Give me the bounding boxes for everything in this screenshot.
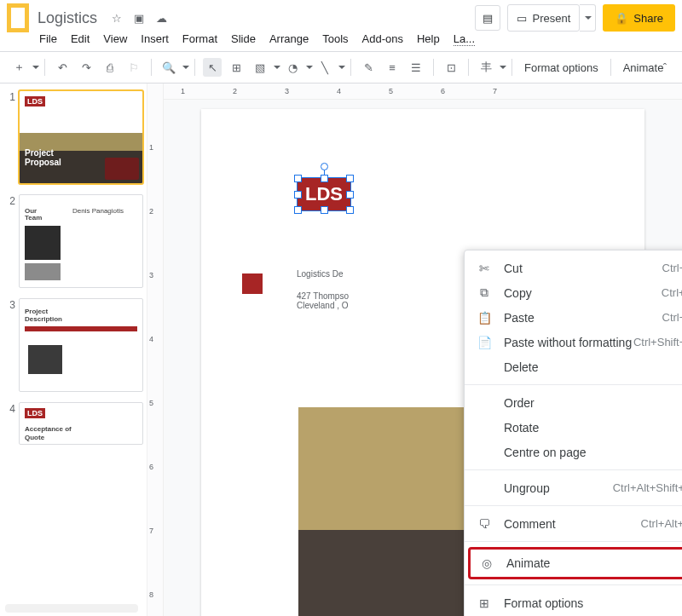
collapse-toolbar-button[interactable]: ˆ [656,58,674,77]
align-button[interactable]: 丰 [477,58,495,77]
comment-icon: 🗨 [477,517,492,531]
thumb-number: 2 [3,195,15,288]
print-button[interactable]: ⎙ [101,58,119,77]
red-square-shape[interactable] [242,273,263,294]
menu-arrange[interactable]: Arrange [269,32,309,46]
thumb4-t2: Quote [25,434,44,441]
present-button[interactable]: ▭ Present [507,4,580,32]
ctx-delete[interactable]: Delete [465,354,682,379]
vr-tick: 7 [149,527,153,535]
ctx-label: Centre on page [504,446,587,459]
paint-format-button[interactable]: ⚐ [124,58,143,77]
menu-last-edit[interactable]: La... [454,32,475,46]
resize-handle[interactable] [294,191,302,199]
lds-text: LDS [305,183,343,205]
ctx-separator [465,469,682,470]
copy-icon: ⧉ [477,285,492,300]
doc-title[interactable]: Logistics [38,9,97,27]
menu-addons[interactable]: Add-ons [362,32,403,46]
vr-tick: 8 [149,590,153,599]
resize-handle[interactable] [346,206,354,214]
ctx-label: Order [504,396,535,410]
new-slide-button[interactable]: ＋ [9,58,28,77]
thumb1-text1: Project [25,148,54,158]
filmstrip[interactable]: 1 LDS ProjectProposal 2 Our Team Denis P… [0,83,147,616]
new-slide-dropdown[interactable] [32,66,39,69]
vr-tick: 2 [149,207,153,216]
image-tool[interactable]: ▧ [251,58,269,77]
resize-handle[interactable] [294,206,302,214]
border-weight-button[interactable]: ☰ [407,58,425,77]
dept-text: Logistics De [297,269,343,279]
ctx-comment[interactable]: 🗨CommentCtrl+Alt+M [465,511,682,536]
menu-view[interactable]: View [103,32,127,46]
slide-thumbnail-3[interactable]: Project Description [19,298,143,392]
thumb-number: 4 [3,403,15,445]
shape-dropdown[interactable] [306,66,313,69]
line-tool[interactable]: ╲ [315,58,334,77]
resize-handle[interactable] [321,206,328,214]
undo-button[interactable]: ↶ [53,58,72,77]
zoom-dropdown[interactable] [182,66,189,69]
share-button[interactable]: 🔒 Share [603,4,675,32]
zoom-button[interactable]: 🔍 [159,58,178,77]
resize-handle[interactable] [294,175,302,182]
align-dropdown[interactable] [500,66,506,69]
menu-format[interactable]: Format [182,32,217,46]
ctx-shortcut: Ctrl+X [662,262,682,274]
image-dropdown[interactable] [274,66,280,69]
ctx-format-options[interactable]: ⊞Format options [465,590,682,615]
canvas[interactable]: 1 2 3 4 5 6 7 LDS Logistics De [164,83,682,616]
menu-help[interactable]: Help [417,32,440,46]
slides-logo[interactable] [7,3,29,32]
slide-thumbnail-1[interactable]: LDS ProjectProposal [19,90,143,184]
ctx-label: Format options [504,596,583,610]
ctx-paste[interactable]: 📋PasteCtrl+V [465,305,682,330]
ctx-paste-without-formatting[interactable]: 📄Paste without formattingCtrl+Shift+V [465,330,682,354]
line-dropdown[interactable] [338,66,345,69]
cloud-icon[interactable]: ☁ [153,12,169,24]
ctx-ungroup[interactable]: UngroupCtrl+Alt+Shift+G [465,475,682,500]
border-color-button[interactable]: ≡ [383,58,402,77]
ctx-rotate[interactable]: Rotate▸ [465,415,682,440]
hr-tick: 2 [233,87,237,95]
ctx-centre-on-page[interactable]: Centre on page▸ [465,440,682,464]
menu-slide[interactable]: Slide [231,32,256,46]
ctx-separator [465,505,682,506]
thumb2-t2: Team [25,214,42,222]
rotation-handle[interactable] [321,163,328,170]
ctx-copy[interactable]: ⧉CopyCtrl+C [465,280,682,305]
ctx-animate[interactable]: ◎Animate [468,547,682,579]
ctx-order[interactable]: Order▸ [465,390,682,415]
menu-insert[interactable]: Insert [141,32,169,46]
format-options-button[interactable]: Format options [517,61,605,74]
ctx-label: Copy [504,286,532,300]
ctx-shortcut: Ctrl+C [662,286,682,299]
hr-tick: 1 [181,87,185,95]
select-tool[interactable]: ↖ [203,58,222,77]
menu-edit[interactable]: Edit [71,32,90,46]
ctx-label: Comment [504,517,556,531]
ctx-shortcut: Ctrl+Alt+Shift+G [613,481,682,494]
slide-thumbnail-4[interactable]: LDS Acceptance of Quote [19,402,143,445]
border-dash-button[interactable]: ⊡ [442,58,460,77]
menu-file[interactable]: File [39,32,57,46]
fill-color-button[interactable]: ✎ [359,58,378,77]
resize-handle[interactable] [321,175,328,182]
present-dropdown[interactable] [580,4,596,32]
comment-icon: ▤ [483,12,493,25]
selected-shape-lds[interactable]: LDS [297,177,351,211]
menu-tools[interactable]: Tools [322,32,348,46]
open-comments-button[interactable]: ▤ [475,5,500,31]
slide-thumbnail-2[interactable]: Our Team Denis Panagiotis [19,194,143,288]
star-icon[interactable]: ☆ [109,12,124,24]
resize-handle[interactable] [346,191,354,199]
redo-button[interactable]: ↷ [77,58,95,77]
resize-handle[interactable] [346,175,354,182]
filmstrip-scrollbar[interactable] [5,604,138,613]
move-icon[interactable]: ▣ [131,12,147,24]
shape-tool[interactable]: ◔ [283,58,302,77]
thumb-number: 1 [3,91,15,184]
ctx-cut[interactable]: ✄CutCtrl+X [465,256,682,280]
textbox-tool[interactable]: ⊞ [227,58,246,77]
